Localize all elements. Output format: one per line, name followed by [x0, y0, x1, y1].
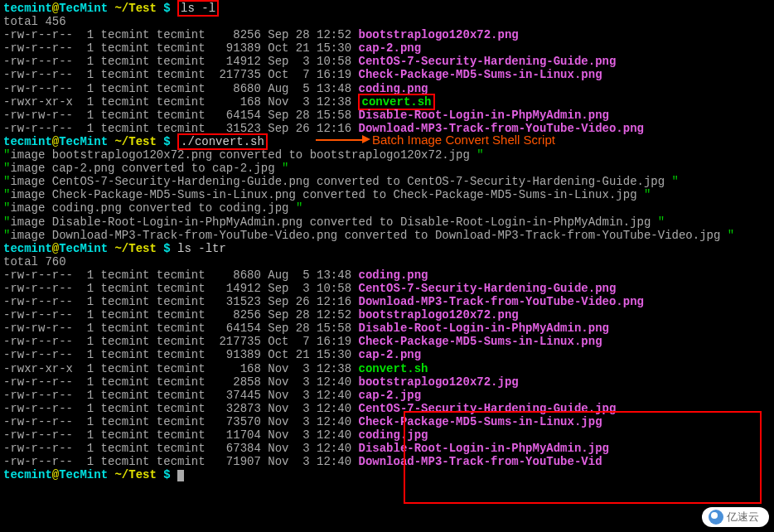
file-row: -rw-r--r-- 1 tecmint tecmint 14912 Sep 3… — [3, 282, 771, 295]
file-row: -rw-rw-r-- 1 tecmint tecmint 64154 Sep 2… — [3, 322, 771, 335]
file-row: -rw-r--r-- 1 tecmint tecmint 2858 Nov 3 … — [3, 375, 771, 389]
file-row: -rw-r--r-- 1 tecmint tecmint 8680 Aug 5 … — [3, 268, 771, 282]
watermark-icon — [709, 510, 723, 525]
file-row: -rw-r--r-- 1 tecmint tecmint 217735 Oct … — [3, 68, 771, 81]
script-output-line: "image Disable-Root-Login-in-PhpMyAdmin.… — [3, 215, 771, 229]
file-row: -rw-r--r-- 1 tecmint tecmint 217735 Oct … — [3, 335, 771, 348]
script-output-line: "image Download-MP3-Track-from-YouTube-V… — [3, 229, 771, 242]
file-row: -rw-r--r-- 1 tecmint tecmint 8256 Sep 28… — [3, 308, 771, 322]
watermark-badge: 亿速云 — [702, 507, 769, 527]
highlight-box-cmd: ./convert.sh — [177, 133, 268, 150]
file-row: -rw-r--r-- 1 tecmint tecmint 8256 Sep 28… — [3, 28, 771, 41]
script-output-line: "image cap-2.png converted to cap-2.jpg … — [3, 162, 771, 175]
file-row: -rw-r--r-- 1 tecmint tecmint 91389 Oct 2… — [3, 41, 771, 55]
highlight-box-cmd: ls -l — [177, 0, 219, 17]
watermark-text: 亿速云 — [727, 511, 759, 524]
highlight-box-new-files — [404, 411, 762, 504]
script-output-line: "image CentOS-7-Security-Hardening-Guide… — [3, 175, 771, 188]
file-row: -rw-r--r-- 1 tecmint tecmint 37445 Nov 3… — [3, 389, 771, 402]
file-row: -rw-r--r-- 1 tecmint tecmint 31523 Sep 2… — [3, 295, 771, 308]
file-row: -rw-r--r-- 1 tecmint tecmint 91389 Oct 2… — [3, 348, 771, 361]
file-row: -rw-rw-r-- 1 tecmint tecmint 64154 Sep 2… — [3, 109, 771, 122]
annotation-arrow-head — [362, 135, 370, 143]
cursor — [177, 470, 184, 481]
file-row: -rwxr-xr-x 1 tecmint tecmint 168 Nov 3 1… — [3, 362, 771, 375]
script-output-line: "image bootstraplogo120x72.png converted… — [3, 148, 771, 162]
terminal-output[interactable]: tecmint@TecMint ~/Test $ ls -ltotal 456-… — [3, 2, 771, 481]
script-output-line: "image coding.png converted to coding.jp… — [3, 201, 771, 215]
file-row: -rw-r--r-- 1 tecmint tecmint 14912 Sep 3… — [3, 55, 771, 68]
total-line: total 456 — [3, 15, 771, 28]
prompt-line: tecmint@TecMint ~/Test $ ls -ltr — [3, 242, 771, 255]
annotation-arrow — [316, 139, 362, 141]
file-row: -rwxr-xr-x 1 tecmint tecmint 168 Nov 3 1… — [3, 95, 771, 109]
prompt-line: tecmint@TecMint ~/Test $ ls -l — [3, 2, 771, 15]
annotation-label: Batch Image Convert Shell Script — [372, 133, 555, 147]
script-output-line: "image Check-Package-MD5-Sums-in-Linux.p… — [3, 188, 771, 201]
total-line: total 760 — [3, 255, 771, 268]
highlight-box-file: convert.sh — [358, 94, 434, 110]
